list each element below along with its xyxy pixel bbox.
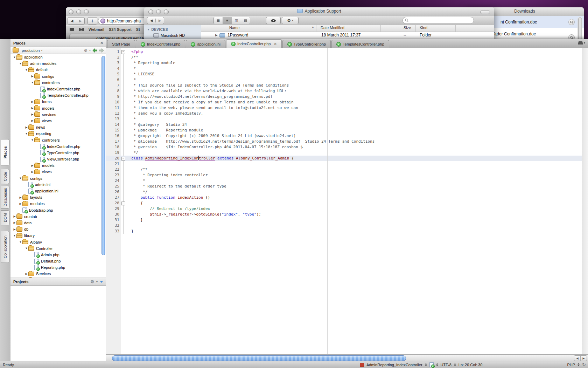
toolbar-toggle-pill[interactable] [480,10,490,14]
code-editor[interactable]: 1−<?php2/**3 * Reporting module4 *5 * LI… [106,48,588,355]
minimize-window-button[interactable] [76,9,81,14]
disclosure-closed-icon[interactable]: ▶ [30,119,34,122]
code-line[interactable]: } [131,217,143,223]
tree-item-indexcontroller.php[interactable]: ✓IndexController.php [10,143,106,150]
code-line[interactable]: * http://www.studio24.net/terms/design_p… [131,94,273,100]
side-tab-dom[interactable]: DOM [1,210,9,225]
fold-collapse-icon[interactable]: − [121,50,125,54]
code-line[interactable]: // Redirect to /type/index [131,206,210,212]
code-line[interactable]: { [131,200,143,206]
editor-tab-indexcontroller-php[interactable]: ✓IndexController.php [136,40,185,48]
scroll-right-icon[interactable]: ▶ [580,356,587,361]
close-window-button[interactable] [69,9,74,14]
back-arrow-icon[interactable] [92,48,97,53]
tree-item-application[interactable]: ▼application [10,54,106,60]
disclosure-open-icon[interactable]: ▼ [24,247,28,250]
tree-item-models[interactable]: ▶models [10,162,106,169]
code-line[interactable]: * [131,116,136,122]
tree-item-reporting[interactable]: ▼reporting [10,130,106,137]
bookmarks-book-icon[interactable] [69,27,75,32]
disclosure-open-icon[interactable]: ▼ [13,234,16,237]
side-tab-code[interactable]: Code [1,169,9,184]
editor-tab-typecontroller-php[interactable]: ✓TypeController.php [282,40,331,48]
list-view-icon[interactable]: ≡ [223,17,232,24]
code-line[interactable]: * LICENSE [131,71,154,77]
code-line[interactable]: * send you a copy immediately. [131,111,203,116]
disclosure-closed-icon[interactable]: ▶ [30,100,34,103]
tree-item-layouts[interactable]: ▶layouts [10,194,106,200]
code-line[interactable]: * [131,66,136,71]
disclosure-open-icon[interactable]: ▼ [30,138,34,142]
tree-item-db[interactable]: ▶db [10,226,106,232]
forward-icon[interactable]: ▶ [155,19,164,22]
bookmark-s24-support[interactable]: S24 Support [109,27,132,32]
code-line[interactable]: /** [131,167,147,172]
filter-icon[interactable] [100,281,103,283]
tree-item-crontab[interactable]: ▶crontab [10,213,106,220]
places-root-row[interactable]: production ▾ ⚙ ▾ [10,47,106,54]
new-tab-button[interactable]: + [88,17,97,25]
tree-item-views[interactable]: ▶views [10,118,106,124]
disclosure-closed-icon[interactable]: ▶ [13,215,16,218]
code-line[interactable]: public function indexAction () [131,195,210,200]
stepper-icon[interactable] [425,363,427,366]
disclosure-open-icon[interactable]: ▼ [19,177,22,180]
code-line[interactable]: * @license http://www.studio24.net/terms… [131,139,374,144]
disclosure-open-icon[interactable]: ▼ [147,28,150,31]
disclosure-closed-icon[interactable]: ▶ [30,75,34,78]
disclosure-closed-icon[interactable]: ▶ [24,126,28,129]
disclosure-closed-icon[interactable]: ▶ [13,228,16,231]
tree-item-albany[interactable]: ▼Albany [10,239,106,245]
code-line[interactable]: <?php [131,49,143,55]
editor-vertical-scrollbar[interactable] [582,48,588,355]
disclosure-closed-icon[interactable]: ▶ [30,164,34,167]
tree-item-data[interactable]: ▶data [10,220,106,226]
code-line[interactable]: * @category Studio 24 [131,122,187,128]
disclosure-open-icon[interactable]: ▼ [24,132,28,135]
tree-item-library[interactable]: ▼library [10,232,106,239]
disclosure-open-icon[interactable]: ▼ [13,56,16,59]
forward-arrow-icon[interactable] [99,48,104,53]
column-header-date[interactable]: Date Modified [321,26,344,30]
tree-scrollbar-thumb[interactable] [102,56,105,255]
tab-list-menu-button[interactable]: ▾ [578,41,585,45]
tree-item-indexcontroller.php[interactable]: ✓IndexController.php [10,86,106,92]
magnifier-icon[interactable] [568,19,575,25]
tree-item-controllers[interactable]: ▼controllers [10,137,106,143]
scroll-left-icon[interactable]: ◀ [574,356,580,361]
tree-item-news[interactable]: ▶news [10,124,106,130]
tree-item-configs[interactable]: ▼configs [10,175,106,182]
code-line[interactable]: * @package Reporting module [131,128,203,133]
icon-view-icon[interactable]: ▦ [214,17,223,24]
tree-item-admin-modules[interactable]: ▼admin-modules [10,60,106,67]
disclosure-open-icon[interactable]: ▼ [19,240,22,244]
code-line[interactable]: * Reporting index controller [131,172,208,178]
coverflow-view-icon[interactable]: ▤ [241,17,250,24]
editor-horizontal-scrollbar[interactable]: ◀ ▶ [106,354,588,361]
tree-item-admin.php[interactable]: ✓Admin.php [10,252,106,258]
disclosure-closed-icon[interactable]: ▶ [19,196,22,199]
column-header-name[interactable]: Name [229,26,239,30]
action-menu-button[interactable]: ⚙ ▾ [282,17,299,24]
disclosure-closed-icon[interactable]: ▶ [19,202,22,205]
code-line[interactable]: $this->_redirector->gotoSimple("index", … [131,212,261,217]
tree-item-controllers[interactable]: ▼controllers [10,80,106,86]
side-tab-collaboration[interactable]: Collaboration [1,231,9,263]
side-tab-places[interactable]: Places [1,139,9,165]
code-line[interactable]: * @version $Id: IndexController.php 404 … [131,144,303,150]
finder-row-1password[interactable]: ▶ 1Password 18 March 2011 17:37 -- Folde… [201,32,494,39]
tree-item-default.php[interactable]: ✓Default.php [10,258,106,264]
bookmark-studio[interactable]: St [136,27,140,32]
close-tab-icon[interactable]: ✕ [274,42,276,46]
code-line[interactable]: * Redirect to the default order type [131,184,226,189]
quicklook-button[interactable] [266,17,281,24]
editor-tab-indexcontroller-php[interactable]: ✓IndexController.php✕ [226,39,282,48]
close-icon[interactable]: ✕ [100,41,103,45]
gear-icon[interactable]: ⚙ [90,280,94,284]
back-icon[interactable]: ◀ [68,19,76,23]
back-icon[interactable]: ◀ [147,19,155,22]
editor-tab-templatescontroller-php[interactable]: ✓TemplatesController.php [331,40,389,48]
code-line[interactable]: */ [131,150,138,156]
disclosure-open-icon[interactable]: ▼ [30,81,34,84]
stepper-icon[interactable] [578,363,580,366]
